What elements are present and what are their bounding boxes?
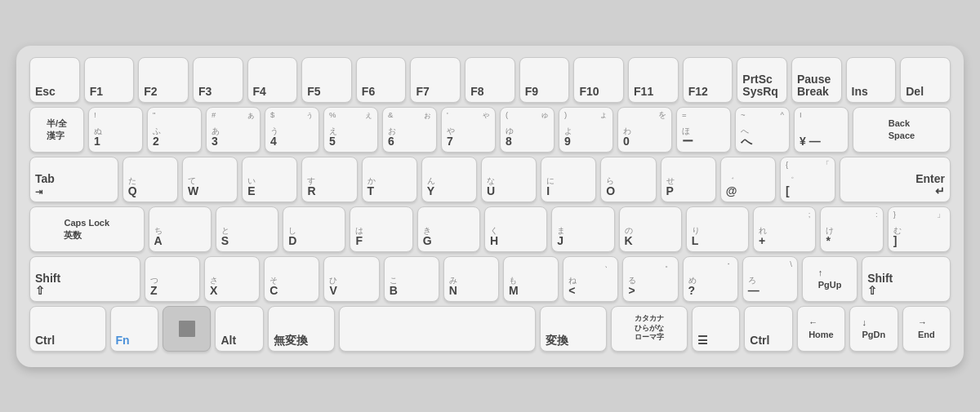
- key-8[interactable]: (ゅゆ8: [500, 107, 555, 153]
- key-f4[interactable]: F4: [247, 57, 298, 103]
- key-b[interactable]: こB: [384, 256, 439, 302]
- key-q[interactable]: たQ: [122, 157, 178, 202]
- key-r[interactable]: すR: [301, 157, 357, 202]
- key-7[interactable]: 'ゃや7: [441, 107, 496, 153]
- key-0[interactable]: をわ0: [617, 107, 672, 153]
- key-f1-main: F1: [90, 86, 103, 98]
- key-d[interactable]: しD: [283, 206, 345, 252]
- key-2[interactable]: "ふ2: [147, 107, 202, 153]
- key-k-main: K: [625, 235, 633, 247]
- key-period[interactable]: 。る>: [622, 256, 678, 302]
- key-menu-main: ☰: [697, 334, 708, 347]
- key-hankaku[interactable]: 半/全漢字: [29, 107, 84, 153]
- key-6-topright: ぉ: [423, 111, 431, 119]
- key-f7[interactable]: F7: [410, 57, 461, 103]
- key-muhenkan[interactable]: 無変換: [268, 306, 335, 352]
- key-del[interactable]: Del: [900, 57, 951, 103]
- key-capslock[interactable]: Caps Lock英数: [29, 206, 145, 252]
- row-tab: Tab⇥たQてWいEすRかTんYなUにIらOせP゛@{「゜[Enter↵: [29, 157, 951, 202]
- key-j[interactable]: まJ: [551, 206, 614, 252]
- key-3[interactable]: #ぁあ3: [206, 107, 261, 153]
- key-enter[interactable]: Enter↵: [840, 157, 951, 202]
- key-right[interactable]: →End: [902, 306, 951, 352]
- key-menu[interactable]: ☰: [692, 306, 740, 352]
- key-henkan[interactable]: 変換: [540, 306, 607, 352]
- key-esc[interactable]: Esc: [29, 57, 80, 103]
- key-minus[interactable]: =ほー: [676, 107, 731, 153]
- key-down[interactable]: ↓PgDn: [849, 306, 898, 352]
- key-y[interactable]: んY: [421, 157, 477, 202]
- key-pgup[interactable]: ↑PgUp: [802, 256, 858, 302]
- key-fn[interactable]: Fn: [110, 306, 158, 352]
- key-tab[interactable]: Tab⇥: [29, 157, 118, 202]
- key-i[interactable]: にI: [541, 157, 596, 202]
- key-rshift[interactable]: Shift⇧: [862, 256, 951, 302]
- key-n[interactable]: みN: [443, 256, 499, 302]
- key-e[interactable]: いE: [242, 157, 297, 202]
- key-f12[interactable]: F12: [683, 57, 733, 103]
- key-o[interactable]: らO: [600, 157, 656, 202]
- key-s[interactable]: とS: [216, 206, 278, 252]
- key-lshift[interactable]: Shift⇧: [29, 256, 140, 302]
- key-backspace-label: BackSpace: [889, 117, 915, 141]
- key-u[interactable]: なU: [481, 157, 537, 202]
- key-colon[interactable]: :け*: [820, 206, 883, 252]
- key-f8[interactable]: F8: [465, 57, 515, 103]
- key-lbracket-topright: 「: [822, 161, 830, 169]
- key-k[interactable]: のK: [619, 206, 682, 252]
- key-pause[interactable]: PauseBreak: [791, 57, 842, 103]
- key-w[interactable]: てW: [182, 157, 238, 202]
- key-rctrl[interactable]: Ctrl: [744, 306, 792, 352]
- key-9[interactable]: )ょよ9: [559, 107, 613, 153]
- key-t[interactable]: かT: [362, 157, 417, 202]
- key-alt[interactable]: Alt: [215, 306, 263, 352]
- key-yen[interactable]: I¥ —: [794, 107, 849, 153]
- key-win[interactable]: [163, 306, 211, 352]
- key-4-main: 4: [270, 135, 277, 148]
- key-f[interactable]: はF: [350, 206, 412, 252]
- key-prtsc[interactable]: PrtScSysRq: [737, 57, 787, 103]
- key-backslash[interactable]: \ろ—: [742, 256, 798, 302]
- key-space[interactable]: [339, 306, 536, 352]
- key-v-main: V: [329, 285, 336, 297]
- key-caret[interactable]: ~^へへ: [735, 107, 790, 153]
- key-ins[interactable]: Ins: [846, 57, 897, 103]
- key-f1[interactable]: F1: [84, 57, 135, 103]
- key-6[interactable]: &ぉお6: [382, 107, 437, 153]
- key-left[interactable]: ←Home: [797, 306, 845, 352]
- key-slash-topright: ・: [724, 260, 733, 268]
- key-f3[interactable]: F3: [193, 57, 243, 103]
- key-comma[interactable]: 、ね<: [563, 256, 618, 302]
- key-backspace[interactable]: BackSpace: [853, 107, 951, 153]
- key-h[interactable]: くH: [484, 206, 547, 252]
- key-4[interactable]: $ぅう4: [265, 107, 319, 153]
- key-8-main: 8: [506, 135, 512, 148]
- key-f6[interactable]: F6: [356, 57, 407, 103]
- key-f9[interactable]: F9: [519, 57, 570, 103]
- key-lbracket[interactable]: {「゜[: [780, 157, 835, 202]
- key-g[interactable]: きG: [417, 206, 480, 252]
- key-katakana[interactable]: カタカナひらがなローマ字: [611, 306, 688, 352]
- key-slash[interactable]: ・め?: [683, 256, 738, 302]
- key-1[interactable]: !ぬ1: [88, 107, 143, 153]
- key-f10[interactable]: F10: [573, 57, 624, 103]
- key-semicolon[interactable]: ;れ+: [753, 206, 816, 252]
- key-f11[interactable]: F11: [628, 57, 679, 103]
- key-lctrl[interactable]: Ctrl: [29, 306, 106, 352]
- key-rbracket[interactable]: }」む]: [888, 206, 951, 252]
- key-f2[interactable]: F2: [138, 57, 189, 103]
- row-num: 半/全漢字!ぬ1"ふ2#ぁあ3$ぅう4%ぇえ5&ぉお6'ゃや7(ゅゆ8)ょよ9を…: [29, 107, 951, 153]
- key-a[interactable]: ちA: [149, 206, 212, 252]
- key-f5[interactable]: F5: [301, 57, 352, 103]
- key-l[interactable]: りL: [686, 206, 749, 252]
- key-v[interactable]: ひV: [323, 256, 379, 302]
- key-6-main: 6: [388, 135, 394, 148]
- key-x[interactable]: さX: [204, 256, 260, 302]
- key-p[interactable]: せP: [661, 157, 716, 202]
- key-f7-main: F7: [416, 86, 429, 98]
- key-5[interactable]: %ぇえ5: [323, 107, 378, 153]
- key-at[interactable]: ゛@: [720, 157, 776, 202]
- key-c[interactable]: そC: [264, 256, 319, 302]
- key-m[interactable]: もM: [503, 256, 559, 302]
- key-z[interactable]: つZ: [145, 256, 200, 302]
